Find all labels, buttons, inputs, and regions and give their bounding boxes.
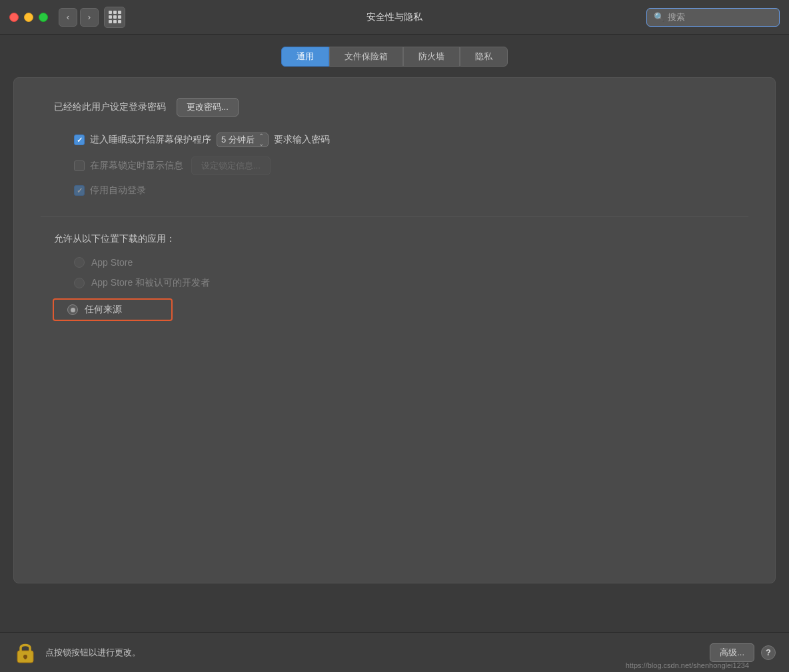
autologin-checkbox[interactable]: [74, 185, 85, 196]
sleep-duration-value: 5 分钟后: [221, 134, 255, 146]
lock-screen-label: 在屏幕锁定时显示信息: [90, 160, 183, 172]
radio-appstore-dev-button[interactable]: [74, 278, 85, 288]
sleep-checkbox-row: 进入睡眠或开始屏幕保护程序 5 分钟后 ⌃⌄ 要求输入密码: [41, 133, 748, 147]
tab-privacy[interactable]: 隐私: [460, 47, 508, 67]
autologin-label: 停用自动登录: [90, 184, 146, 196]
advanced-button[interactable]: 高级...: [710, 643, 754, 662]
main-content: 通用 文件保险箱 防火墙 隐私 已经给此用户设定登录密码 更改密码... 进入睡…: [0, 35, 789, 632]
search-icon: 🔍: [654, 12, 664, 22]
lock-screen-checkbox[interactable]: [74, 161, 85, 171]
maximize-button[interactable]: [39, 13, 48, 22]
grid-icon: [109, 11, 121, 23]
bottom-right-buttons: 高级... ?: [710, 643, 776, 662]
search-box[interactable]: 🔍: [646, 8, 780, 27]
lock-icon: [15, 641, 35, 664]
back-button[interactable]: ‹: [59, 8, 77, 27]
titlebar: ‹ › 安全性与隐私 🔍: [0, 0, 789, 35]
tab-bar: 通用 文件保险箱 防火墙 隐私: [13, 47, 776, 67]
section-divider: [41, 216, 748, 217]
search-input[interactable]: [668, 12, 772, 22]
traffic-lights: [9, 13, 48, 22]
radio-appstore-label: App Store: [91, 257, 133, 268]
radio-anywhere-label: 任何来源: [85, 304, 122, 316]
close-button[interactable]: [9, 13, 19, 22]
url-text: https://blog.csdn.net/shenhonglei1234: [626, 661, 749, 669]
app-grid-button[interactable]: [104, 7, 125, 28]
dropdown-arrow-icon: ⌃⌄: [259, 133, 264, 147]
lock-icon-wrapper[interactable]: [13, 641, 37, 665]
radio-appstore-dev[interactable]: App Store 和被认可的开发者: [54, 277, 748, 289]
radio-appstore[interactable]: App Store: [54, 257, 748, 268]
lock-status-text: 点按锁按钮以进行更改。: [45, 647, 141, 659]
change-password-button[interactable]: 更改密码...: [177, 98, 239, 117]
lock-screen-checkbox-row: 在屏幕锁定时显示信息 设定锁定信息...: [41, 157, 748, 175]
radio-appstore-button[interactable]: [74, 257, 85, 268]
download-section: 允许从以下位置下载的应用： App Store App Store 和被认可的开…: [41, 233, 748, 330]
download-title: 允许从以下位置下载的应用：: [54, 233, 748, 245]
password-section: 已经给此用户设定登录密码 更改密码...: [41, 98, 748, 117]
tab-filevault[interactable]: 文件保险箱: [329, 47, 403, 67]
window-title: 安全性与隐私: [367, 11, 422, 23]
bottom-bar: 点按锁按钮以进行更改。 高级... ? https://blog.csdn.ne…: [0, 632, 789, 672]
radio-anywhere[interactable]: 任何来源: [53, 298, 173, 321]
minimize-button[interactable]: [24, 13, 33, 22]
help-button[interactable]: ?: [761, 645, 776, 660]
password-label: 已经给此用户设定登录密码: [54, 101, 166, 113]
set-lock-info-button[interactable]: 设定锁定信息...: [191, 157, 271, 175]
tab-firewall[interactable]: 防火墙: [403, 47, 460, 67]
sleep-duration-dropdown[interactable]: 5 分钟后 ⌃⌄: [217, 133, 269, 147]
settings-panel: 已经给此用户设定登录密码 更改密码... 进入睡眠或开始屏幕保护程序 5 分钟后…: [13, 77, 776, 583]
sleep-label-before: 进入睡眠或开始屏幕保护程序: [90, 134, 211, 146]
radio-anywhere-button[interactable]: [67, 304, 78, 315]
svg-rect-2: [25, 657, 27, 659]
nav-buttons: ‹ ›: [59, 8, 99, 27]
forward-button[interactable]: ›: [80, 8, 99, 27]
autologin-checkbox-row: 停用自动登录: [41, 184, 748, 196]
radio-appstore-dev-label: App Store 和被认可的开发者: [91, 277, 210, 289]
sleep-label-after: 要求输入密码: [274, 134, 330, 146]
sleep-checkbox[interactable]: [74, 135, 85, 145]
tab-general[interactable]: 通用: [281, 47, 329, 67]
